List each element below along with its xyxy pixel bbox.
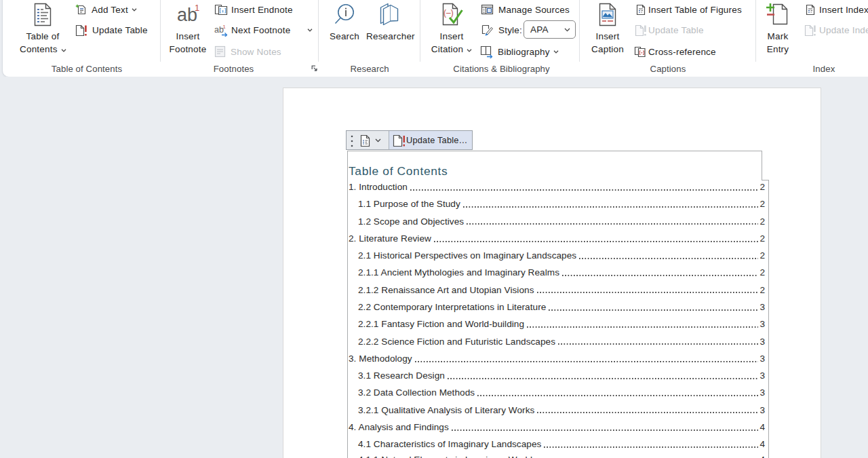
insert-index-button[interactable]: Insert Index — [803, 1, 868, 18]
toc-entry-row[interactable]: 2.2.2 Science Fiction and Futuristic Lan… — [347, 332, 765, 349]
toc-entries: 1. Introduction 2 1.1 Purpose of the Stu… — [347, 178, 765, 458]
insert-footnote-label-line1: Insert — [165, 31, 211, 41]
toc-entry-dot-leader — [579, 247, 758, 264]
toc-entry-row[interactable]: 2.1.2 Renaissance Art and Utopian Vision… — [347, 282, 765, 299]
toc-entry-row[interactable]: 2.1.1 Ancient Mythologies and Imaginary … — [347, 264, 765, 281]
update-table-captions-label: Update Table — [648, 25, 704, 35]
toc-entry-page-number: 3 — [759, 405, 765, 415]
update-index-button: Update Index — [803, 22, 868, 39]
toc-entry-row[interactable]: 3.1 Research Design 3 — [347, 367, 765, 384]
style-combobox[interactable]: APA — [524, 20, 576, 39]
next-footnote-button[interactable]: ab 1 Next Footnote — [214, 22, 290, 39]
manage-sources-icon — [480, 4, 494, 15]
toc-entry-dot-leader — [434, 230, 758, 247]
toc-entry-row[interactable]: 1. Introduction 2 — [347, 178, 765, 195]
search-icon — [321, 3, 368, 27]
table-of-contents-button[interactable]: Table of Contents — [20, 0, 66, 62]
toc-entry-title: 2. Literature Review — [349, 233, 431, 244]
toc-entry-page-number: 2 — [759, 285, 765, 295]
cross-reference-icon — [633, 46, 647, 58]
insert-endnote-button[interactable]: Insert Endnote — [214, 1, 293, 18]
mark-entry-icon — [755, 3, 801, 27]
search-button[interactable]: Search — [321, 0, 368, 62]
toc-entry-row[interactable]: 2.2 Contemporary Interpretations in Lite… — [347, 299, 765, 316]
insert-citation-label-line1: Insert — [429, 31, 475, 41]
show-notes-button: Show Notes — [213, 43, 281, 60]
toc-entry-title: 2.1 Historical Perspectives on Imaginary… — [358, 250, 576, 261]
toc-entry-page-number: 2 — [759, 182, 765, 192]
toc-entry-row[interactable]: 3.2 Data Collection Methods 3 — [347, 384, 765, 401]
update-index-disabled-icon — [803, 24, 816, 37]
toc-entry-dot-leader — [477, 384, 758, 401]
toc-entry-title: 2.2.1 Fantasy Fiction and World-building — [358, 319, 524, 329]
document-canvas: Update Table… Table of Contents 1. Intro… — [0, 77, 868, 458]
ribbon-references-tab: Table of Contents Add Text — [0, 0, 868, 77]
content-control-tab[interactable] — [347, 131, 389, 149]
mark-entry-label-line1: Mark — [755, 31, 801, 41]
insert-footnote-icon: ab 1 — [165, 3, 211, 27]
table-of-contents-label-line2: Contents — [20, 44, 58, 54]
toc-entry-page-number: 3 — [759, 354, 765, 364]
toc-heading[interactable]: Table of Contents — [349, 164, 448, 178]
footnotes-dialog-launcher[interactable] — [311, 65, 318, 72]
cross-reference-label: Cross-reference — [648, 47, 716, 57]
next-footnote-icon: ab 1 — [214, 24, 229, 37]
toc-border-top — [347, 151, 762, 151]
insert-table-of-figures-button[interactable]: Insert Table of Figures — [633, 1, 742, 18]
manage-sources-label: Manage Sources — [498, 5, 570, 15]
manage-sources-button[interactable]: Manage Sources — [480, 1, 570, 18]
toc-entry-title: 2.2.2 Science Fiction and Futuristic Lan… — [358, 337, 555, 347]
insert-index-icon — [803, 4, 816, 16]
content-control-chevron-icon[interactable] — [375, 138, 381, 142]
mark-entry-button[interactable]: Mark Entry — [755, 0, 801, 62]
style-label: Style: — [498, 25, 522, 35]
style-combobox-value: APA — [530, 24, 564, 35]
insert-caption-button[interactable]: Insert Caption — [585, 0, 631, 62]
toc-entry-row[interactable]: 4.1.1 Natural Elements in Imaginary Worl… — [347, 451, 765, 458]
table-of-contents-icon — [20, 3, 66, 27]
toc-entry-page-number: 4 — [759, 439, 765, 449]
group-table-of-contents: Table of Contents Add Text — [2, 0, 161, 77]
chevron-down-icon — [61, 49, 66, 52]
toc-entry-dot-leader — [549, 299, 758, 316]
toc-entry-row[interactable]: 2.1 Historical Perspectives on Imaginary… — [347, 247, 765, 264]
document-page[interactable]: Update Table… Table of Contents 1. Intro… — [283, 88, 821, 458]
toc-entry-dot-leader — [463, 195, 758, 212]
toc-entry-row[interactable]: 4.1 Characteristics of Imaginary Landsca… — [347, 436, 765, 453]
toc-entry-title: 3.1 Research Design — [358, 370, 445, 381]
show-notes-icon — [213, 45, 228, 58]
style-combobox-chevron-icon — [564, 28, 570, 32]
researcher-button[interactable]: Researcher — [366, 0, 412, 62]
toc-entry-row[interactable]: 2.2.1 Fantasy Fiction and World-building… — [347, 316, 765, 332]
toc-entry-title: 3.2 Data Collection Methods — [358, 387, 475, 398]
drag-handle-dots-icon — [351, 135, 353, 147]
group-label-research: Research — [319, 64, 420, 74]
cross-reference-button[interactable]: Cross-reference — [633, 43, 716, 60]
toc-entry-row[interactable]: 2. Literature Review 2 — [347, 230, 765, 247]
update-table-button[interactable]: Update Table — [74, 22, 148, 39]
toc-border-right-lower — [768, 180, 769, 458]
toc-entry-row[interactable]: 4. Analysis and Findings 4 — [347, 419, 765, 436]
toc-entry-dot-leader — [537, 401, 758, 418]
update-table-header-button[interactable]: Update Table… — [389, 131, 472, 149]
toc-entry-page-number: 2 — [759, 267, 765, 278]
add-text-button[interactable]: Add Text — [74, 1, 137, 18]
toc-entry-page-number: 3 — [759, 387, 765, 398]
toc-entry-row[interactable]: 1.2 Scope and Objectives 2 — [347, 213, 765, 230]
bibliography-button[interactable]: Bibliography — [480, 43, 559, 60]
bibliography-label: Bibliography — [498, 47, 550, 57]
toc-entry-row[interactable]: 3.2.1 Qualitative Analysis of Literary W… — [347, 401, 765, 418]
next-footnote-chevron-icon[interactable] — [307, 28, 313, 32]
toc-entry-row[interactable]: 1.1 Purpose of the Study 2 — [347, 195, 765, 212]
insert-footnote-button[interactable]: ab 1 Insert Footnote — [165, 0, 211, 62]
toc-entry-dot-leader — [410, 178, 758, 195]
toc-entry-title: 4.1 Characteristics of Imaginary Landsca… — [358, 439, 541, 449]
toc-entry-page-number: 3 — [759, 302, 765, 312]
search-label: Search — [321, 31, 368, 41]
toc-entry-dot-leader — [452, 419, 758, 436]
toc-entry-title: 2.1.2 Renaissance Art and Utopian Vision… — [358, 285, 534, 295]
toc-entry-row[interactable]: 3. Methodology 3 — [347, 350, 765, 367]
insert-caption-label-line1: Insert — [585, 31, 631, 41]
insert-citation-button[interactable]: (–) Insert Citation — [429, 0, 475, 62]
insert-table-of-figures-label: Insert Table of Figures — [648, 5, 742, 15]
